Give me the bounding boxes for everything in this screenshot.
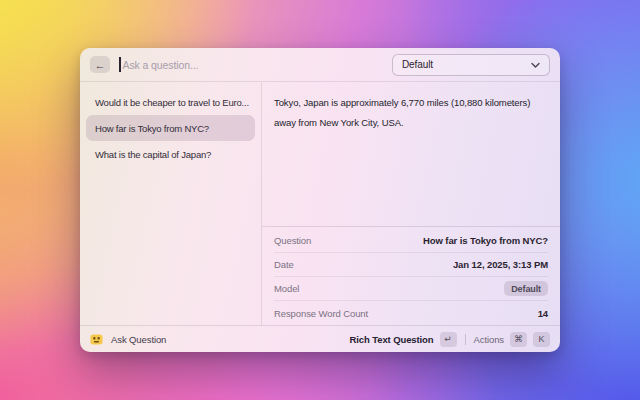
question-list: Would it be cheaper to travel to Euro...… [80,82,262,325]
metadata-row-question: Question How far is Tokyo from NYC? [274,229,548,253]
model-dropdown[interactable]: Default [392,54,550,76]
detail-panel: Tokyo, Japan is approximately 6,770 mile… [262,82,560,325]
metadata-row-word-count: Response Word Count 14 [274,301,548,325]
model-badge: Default [504,281,548,296]
actions-menu-button[interactable]: Actions [474,334,504,345]
metadata-section: Question How far is Tokyo from NYC? Date… [262,226,560,325]
answer-text: Tokyo, Japan is approximately 6,770 mile… [262,82,560,226]
footer-bar: Ask Question Rich Text Question ↵ Action… [80,325,560,352]
sidebar-item-label: Would it be cheaper to travel to Euro... [95,97,249,108]
content-area: Would it be cheaper to travel to Euro...… [80,82,560,325]
k-key-icon: K [533,332,550,347]
footer-divider [465,334,466,345]
metadata-label: Response Word Count [274,308,368,319]
sidebar-item-label: How far is Tokyo from NYC? [95,123,209,134]
chevron-down-icon [531,62,540,68]
sidebar-item[interactable]: Would it be cheaper to travel to Euro... [86,89,255,115]
metadata-value: How far is Tokyo from NYC? [423,235,548,246]
metadata-row-model: Model Default [274,277,548,301]
app-window: ← Ask a question... Default Would it be … [80,48,560,352]
sidebar-item[interactable]: What is the capital of Japan? [86,141,255,167]
command-name: Ask Question [111,334,166,345]
metadata-value: 14 [538,308,548,319]
sidebar-item-label: What is the capital of Japan? [95,149,211,160]
back-arrow-icon: ← [95,59,106,71]
ask-question-input[interactable]: Ask a question... [123,59,199,71]
metadata-value: Jan 12, 2025, 3:13 PM [453,259,548,270]
metadata-label: Date [274,259,294,270]
metadata-label: Model [274,283,299,294]
metadata-label: Question [274,235,311,246]
primary-action-button[interactable]: Rich Text Question [349,334,433,345]
text-caret [119,57,121,72]
back-button[interactable]: ← [90,56,110,73]
header: ← Ask a question... Default [80,48,560,82]
robot-icon [90,333,103,346]
metadata-row-date: Date Jan 12, 2025, 3:13 PM [274,253,548,277]
return-key-icon: ↵ [440,332,457,347]
model-dropdown-value: Default [402,59,433,70]
command-key-icon: ⌘ [510,332,527,347]
sidebar-item[interactable]: How far is Tokyo from NYC? [86,115,255,141]
